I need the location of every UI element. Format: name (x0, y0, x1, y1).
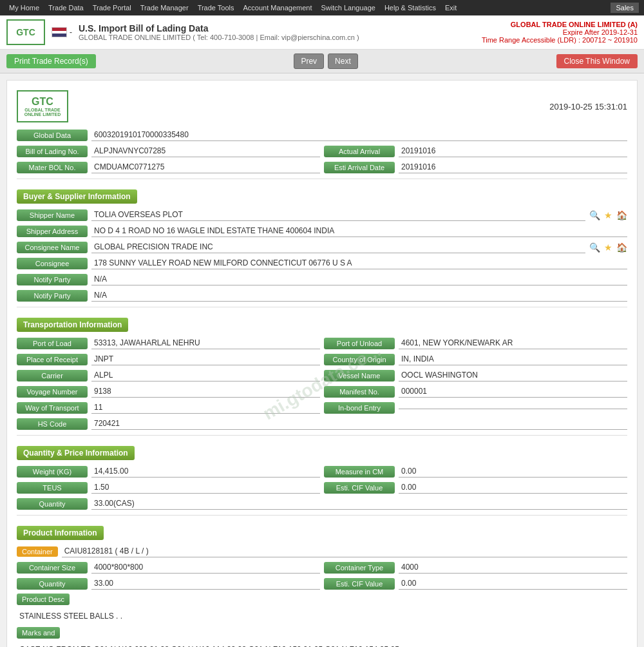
weight-measure-row: Weight (KG) 14,415.00 Measure in CM 0.00 (17, 465, 627, 478)
vessel-name-value: OOCL WASHINGTON (399, 369, 627, 381)
hs-code-row: HS Code 720421 (17, 418, 627, 430)
consignee-star-icon[interactable]: ★ (604, 242, 612, 253)
inbond-label: In-bond Entry (324, 402, 395, 414)
hs-code-value: 720421 (91, 418, 627, 430)
close-button-top[interactable]: Close This Window (556, 54, 638, 68)
card-header: GTC GLOBAL TRADE ONLINE LIMITED 2019-10-… (17, 90, 627, 122)
container-type-label: Container Type (324, 562, 395, 574)
header-title-area: U.S. Import Bill of Lading Data GLOBAL T… (79, 23, 475, 41)
weight-label: Weight (KG) (17, 466, 88, 478)
nav-my-home[interactable]: My Home (5, 3, 43, 13)
top-navigation: My Home Trade Data Trade Portal Trade Ma… (0, 0, 644, 15)
product-esti-cif-group: Esti. CIF Value 0.00 (324, 577, 627, 590)
way-transport-value: 11 (91, 401, 320, 414)
nav-trade-tools[interactable]: Trade Tools (194, 3, 238, 13)
flag-separator: - (70, 28, 72, 37)
master-bol-value: CMDUAMC0771275 (91, 161, 320, 173)
esti-cif-label: Esti. CIF Value (324, 482, 395, 494)
product-qty-cif-row: Quantity 33.00 Esti. CIF Value 0.00 (17, 577, 627, 590)
weight-value: 14,415.00 (91, 465, 320, 478)
quantity-label: Quantity (17, 498, 88, 510)
esti-cif-group: Esti. CIF Value 0.00 (324, 481, 627, 494)
bol-label: Bill of Lading No. (17, 146, 88, 157)
nav-trade-portal[interactable]: Trade Portal (89, 3, 135, 13)
shipper-name-value: TOLIA OVERSEAS PLOT (91, 209, 585, 221)
port-unload-value: 4601, NEW YORK/NEWARK AR (399, 337, 627, 349)
nav-trade-data[interactable]: Trade Data (44, 3, 88, 13)
consignee-search-icon[interactable]: 🔍 (589, 242, 600, 253)
main-content: GTC GLOBAL TRADE ONLINE LIMITED 2019-10-… (0, 73, 644, 647)
transport-section-header: Transportation Information (17, 318, 128, 332)
country-origin-label: Country of Origin (324, 354, 395, 365)
prev-button-top[interactable]: Prev (294, 53, 324, 69)
notify-party2-row: Notify Party N/A (17, 289, 627, 302)
logo-area: GTC (6, 19, 45, 45)
shipper-search-icon[interactable]: 🔍 (589, 210, 600, 220)
nav-switch-language[interactable]: Switch Language (317, 3, 379, 13)
manifest-value: 000001 (399, 385, 627, 398)
shipper-star-icon[interactable]: ★ (604, 210, 612, 220)
container-type-value: 4000 (399, 561, 627, 574)
voyage-label: Voyage Number (17, 386, 88, 398)
port-load-group: Port of Load 53313, JAWAHARLAL NEHRU (17, 337, 320, 349)
shipper-address-label: Shipper Address (17, 226, 88, 237)
container-badge: Container (17, 546, 58, 557)
product-desc-label: Product Desc (17, 594, 70, 605)
consignee-name-value: GLOBAL PRECISION TRADE INC (91, 241, 585, 253)
port-unload-label: Port of Unload (324, 338, 395, 349)
esti-arrival-label: Esti Arrival Date (324, 162, 395, 173)
flag-area: - (52, 27, 72, 37)
consignee-home-icon[interactable]: 🏠 (616, 242, 627, 253)
inbond-value (399, 406, 627, 409)
container-size-group: Container Size 4000*800*800 (17, 561, 320, 574)
measure-value: 0.00 (399, 465, 627, 478)
nav-sales[interactable]: Sales (611, 3, 639, 13)
nav-exit[interactable]: Exit (441, 3, 460, 13)
consignee-name-row: Consignee Name GLOBAL PRECISION TRADE IN… (17, 241, 627, 253)
shipper-address-value: NO D 4 1 ROAD NO 16 WAGLE INDL ESTATE TH… (91, 225, 627, 237)
header-company-info: GLOBAL TRADE ONLINE LIMITED ( Tel: 400-7… (79, 34, 475, 41)
product-qty-value: 33.00 (91, 577, 320, 590)
company-logo: GTC (6, 19, 45, 45)
port-load-label: Port of Load (17, 338, 88, 349)
container-value: CAIU8128181 ( 4B / L / ) (62, 545, 627, 557)
global-data-value: 6003201910170000335480 (91, 129, 627, 141)
manifest-group: Manifest No. 000001 (324, 385, 627, 398)
header-bar: GTC - U.S. Import Bill of Lading Data GL… (0, 15, 644, 50)
esti-arrival-group: Esti Arrival Date 20191016 (324, 161, 627, 173)
carrier-group: Carrier ALPL (17, 369, 320, 381)
teus-cif-row: TEUS 1.50 Esti. CIF Value 0.00 (17, 481, 627, 494)
shipper-name-label: Shipper Name (17, 209, 88, 221)
global-data-label: Global Data (17, 130, 88, 141)
container-size-label: Container Size (17, 562, 88, 574)
print-button-top[interactable]: Print Trade Record(s) (6, 54, 96, 68)
carrier-value: ALPL (91, 369, 320, 381)
us-flag-icon (52, 27, 67, 37)
nav-help-statistics[interactable]: Help & Statistics (381, 3, 440, 13)
shipper-home-icon[interactable]: 🏠 (616, 210, 627, 220)
vessel-name-group: Vessel Name OOCL WASHINGTON (324, 369, 627, 381)
teus-group: TEUS 1.50 (17, 481, 320, 494)
next-button-top[interactable]: Next (328, 53, 358, 69)
product-section-header: Product Information (17, 526, 104, 540)
consignee-value: 178 SUNNY VALLEY ROAD NEW MILFORD CONNEC… (91, 257, 627, 269)
teus-value: 1.50 (91, 481, 320, 494)
header-time-range: Time Range Accessible (LDR) : 200712 ~ 2… (482, 36, 638, 44)
logo-text: GTC (16, 27, 35, 37)
buyer-supplier-section-header: Buyer & Supplier Information (17, 189, 137, 204)
container-type-group: Container Type 4000 (324, 561, 627, 574)
vessel-name-label: Vessel Name (324, 370, 395, 381)
place-receipt-group: Place of Receipt JNPT (17, 353, 320, 365)
product-desc-value: STAINLESS STEEL BALLS . . (17, 610, 627, 622)
notify-party2-label: Notify Party (17, 290, 88, 302)
port-row: Port of Load 53313, JAWAHARLAL NEHRU Por… (17, 337, 627, 349)
inbond-group: In-bond Entry (324, 402, 627, 414)
transport-inbond-row: Way of Transport 11 In-bond Entry (17, 401, 627, 414)
nav-account-management[interactable]: Account Management (240, 3, 316, 13)
country-origin-group: Country of Origin IN, INDIA (324, 353, 627, 365)
container-row: Container CAIU8128181 ( 4B / L / ) (17, 545, 627, 557)
nav-trade-manager[interactable]: Trade Manager (137, 3, 193, 13)
container-size-type-row: Container Size 4000*800*800 Container Ty… (17, 561, 627, 574)
master-bol-row: Mater BOL No. CMDUAMC0771275 Esti Arriva… (17, 161, 627, 173)
notify-party1-row: Notify Party N/A (17, 273, 627, 285)
